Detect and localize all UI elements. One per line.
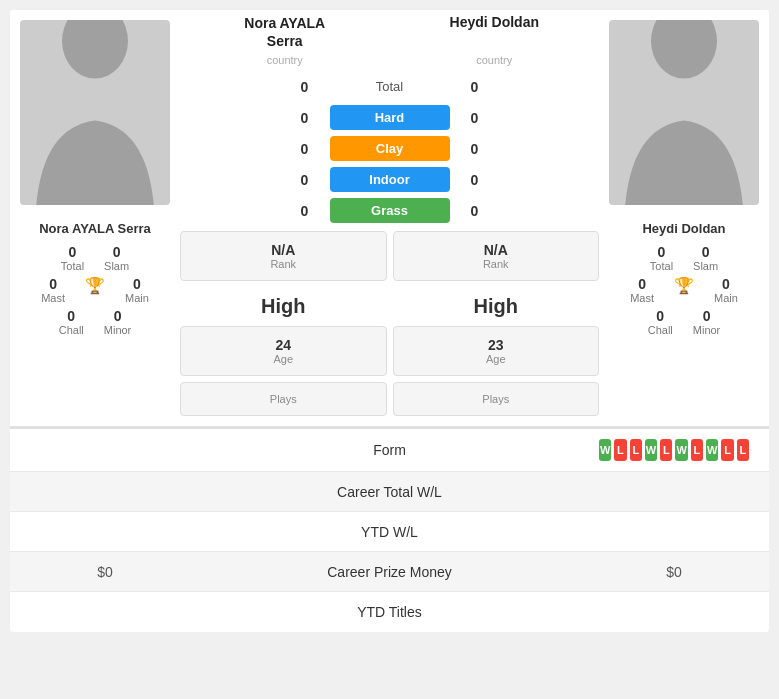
left-main: 0 Main <box>125 276 149 304</box>
comparison-wrapper: Nora AYALA Serra 0 Total 0 Slam 0 Mast 🏆 <box>10 10 769 428</box>
left-total: 0 Total <box>61 244 84 272</box>
form-badge-2: L <box>630 439 642 461</box>
plays-panels-row: Plays Plays <box>180 382 599 422</box>
right-main-value: 0 <box>722 276 730 292</box>
left-player-col: Nora AYALA Serra 0 Total 0 Slam 0 Mast 🏆 <box>10 10 180 426</box>
right-minor-label: Minor <box>693 324 721 336</box>
surface-left-score-grass: 0 <box>280 203 330 219</box>
right-total-value: 0 <box>658 244 666 260</box>
right-stats-row3: 0 Chall 0 Minor <box>648 308 721 336</box>
surface-badge-indoor: Indoor <box>330 167 450 192</box>
ytd-wl-label: YTD W/L <box>180 524 599 540</box>
right-main: 0 Main <box>714 276 738 304</box>
prize-money-left: $0 <box>30 564 180 580</box>
right-total-label: Total <box>650 260 673 272</box>
surface-right-score-total: 0 <box>450 79 500 95</box>
main-container: Nora AYALA Serra 0 Total 0 Slam 0 Mast 🏆 <box>10 10 769 632</box>
surface-badge-clay: Clay <box>330 136 450 161</box>
right-stats-row2: 0 Mast 🏆 0 Main <box>630 276 738 304</box>
right-slam-label: Slam <box>693 260 718 272</box>
surface-badge-hard: Hard <box>330 105 450 130</box>
left-trophy-icon: 🏆 <box>85 276 105 304</box>
left-mast: 0 Mast <box>41 276 65 304</box>
right-mast-label: Mast <box>630 292 654 304</box>
age-panels-row: 24 Age 23 Age <box>180 326 599 382</box>
right-age-value: 23 <box>488 337 504 353</box>
surface-row-grass: 0Grass0 <box>180 196 599 225</box>
bottom-section: Form WLLWLWLWLL Career Total W/L YTD W/L… <box>10 428 769 632</box>
prize-money-row: $0 Career Prize Money $0 <box>10 552 769 592</box>
right-plays-panel: Plays <box>393 382 600 416</box>
right-chall-label: Chall <box>648 324 673 336</box>
right-flag: country <box>390 54 600 66</box>
form-label: Form <box>180 442 599 458</box>
left-minor-value: 0 <box>114 308 122 324</box>
form-badge-0: W <box>599 439 611 461</box>
right-age-panel: 23 Age <box>393 326 600 376</box>
ytd-titles-row: YTD Titles <box>10 592 769 632</box>
left-stats-row1: 0 Total 0 Slam <box>61 244 129 272</box>
surface-left-score-clay: 0 <box>280 141 330 157</box>
left-slam-label: Slam <box>104 260 129 272</box>
right-avatar <box>609 20 759 205</box>
surface-badge-total: Total <box>330 74 450 99</box>
form-badge-4: L <box>660 439 672 461</box>
surface-right-score-clay: 0 <box>450 141 500 157</box>
form-badges: WLLWLWLWLL <box>599 439 749 461</box>
left-chall-value: 0 <box>67 308 75 324</box>
surface-left-score-total: 0 <box>280 79 330 95</box>
right-trophy-icon: 🏆 <box>674 276 694 304</box>
form-badge-9: L <box>737 439 749 461</box>
left-chall: 0 Chall <box>59 308 84 336</box>
surface-right-score-hard: 0 <box>450 110 500 126</box>
right-age-label: Age <box>486 353 506 365</box>
left-chall-label: Chall <box>59 324 84 336</box>
left-minor: 0 Minor <box>104 308 132 336</box>
surface-row-hard: 0Hard0 <box>180 103 599 132</box>
right-player-col: Heydi Doldan 0 Total 0 Slam 0 Mast 🏆 <box>599 10 769 426</box>
center-names-row: Nora AYALA Serra Heydi Doldan <box>180 14 599 50</box>
form-badge-7: W <box>706 439 718 461</box>
ytd-wl-row: YTD W/L <box>10 512 769 552</box>
left-main-value: 0 <box>133 276 141 292</box>
center-right-name: Heydi Doldan <box>390 14 600 50</box>
right-main-label: Main <box>714 292 738 304</box>
left-rank-value: N/A <box>271 242 295 258</box>
left-slam-value: 0 <box>113 244 121 260</box>
right-high-value: High <box>474 295 518 318</box>
left-mast-value: 0 <box>49 276 57 292</box>
left-mast-label: Mast <box>41 292 65 304</box>
form-badge-5: W <box>675 439 687 461</box>
right-chall: 0 Chall <box>648 308 673 336</box>
ytd-titles-label: YTD Titles <box>180 604 599 620</box>
surface-right-score-indoor: 0 <box>450 172 500 188</box>
right-plays-label: Plays <box>482 393 509 405</box>
right-chall-value: 0 <box>656 308 664 324</box>
right-high-panel: High <box>393 287 600 326</box>
form-badge-1: L <box>614 439 626 461</box>
right-slam-value: 0 <box>702 244 710 260</box>
form-badge-3: W <box>645 439 657 461</box>
left-total-value: 0 <box>69 244 77 260</box>
svg-point-0 <box>62 20 128 78</box>
left-slam: 0 Slam <box>104 244 129 272</box>
surface-row-indoor: 0Indoor0 <box>180 165 599 194</box>
form-badges-container: WLLWLWLWLL <box>599 439 749 461</box>
surface-left-score-hard: 0 <box>280 110 330 126</box>
right-mast-value: 0 <box>638 276 646 292</box>
right-minor: 0 Minor <box>693 308 721 336</box>
surface-rows: 0Total00Hard00Clay00Indoor00Grass0 <box>180 72 599 225</box>
left-high-value: High <box>261 295 305 318</box>
right-rank-label: Rank <box>483 258 509 270</box>
left-stats-row3: 0 Chall 0 Minor <box>59 308 132 336</box>
left-age-value: 24 <box>275 337 291 353</box>
left-flag: country <box>180 54 390 66</box>
left-minor-label: Minor <box>104 324 132 336</box>
surface-row-clay: 0Clay0 <box>180 134 599 163</box>
surface-right-score-grass: 0 <box>450 203 500 219</box>
left-high-panel: High <box>180 287 387 326</box>
center-col: Nora AYALA Serra Heydi Doldan country co… <box>180 10 599 426</box>
career-total-row: Career Total W/L <box>10 472 769 512</box>
center-flags-row: country country <box>180 54 599 66</box>
form-badge-6: L <box>691 439 703 461</box>
